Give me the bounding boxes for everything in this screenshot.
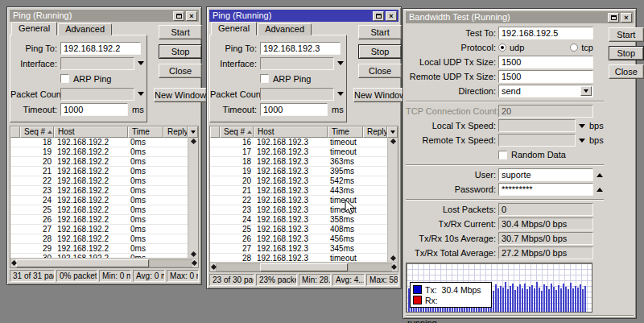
ping-to-input[interactable]: 192.168.192.3 [260,42,341,55]
header-time[interactable]: Time [328,126,363,138]
table-row[interactable]: 27192.168.192.3345ms [210,244,387,254]
chevron-down-icon[interactable] [337,92,344,96]
scroll-up-icon[interactable] [190,139,196,144]
table-row[interactable]: 23192.168.192.3timeout [210,205,387,215]
table-row[interactable]: 17192.168.192.3timeout [210,147,387,157]
combo-dropdown-button[interactable] [580,86,592,96]
scroll-down-icon[interactable] [190,251,196,257]
table-row[interactable]: 28192.168.192.3timeout [210,254,387,262]
password-input[interactable]: ********* [498,183,593,196]
table-row[interactable]: 23192.168.192.20ms [10,186,188,196]
start-button[interactable]: Start [609,27,644,42]
packet-count-input[interactable] [260,88,334,101]
direction-select[interactable]: send [498,85,593,97]
table-row[interactable]: 18192.168.192.3363ms [210,157,387,167]
new-window-button[interactable]: New Window [353,88,407,102]
scroll-right-icon[interactable] [391,264,397,270]
scrollbar-track-left[interactable] [216,263,260,271]
table-row[interactable]: 24192.168.192.3358ms [210,215,387,225]
table-row[interactable]: 21192.168.192.20ms [10,167,188,176]
header-reply-size[interactable]: Reply Si [363,126,387,138]
close-button[interactable]: × [621,13,632,23]
scrollbar-thumb[interactable] [260,263,349,271]
header-icon-col[interactable] [210,126,220,138]
tab-general[interactable]: General [211,22,257,35]
table-row[interactable]: 24192.168.192.20ms [10,196,188,205]
tab-general[interactable]: General [11,22,57,35]
scrollbar-thumb[interactable] [16,259,149,267]
table-row[interactable]: 21192.168.192.3443ms [210,186,387,196]
table-row[interactable]: 27192.168.192.20ms [10,225,188,234]
title-bar[interactable]: Ping (Running) × [10,10,199,22]
maximize-button[interactable] [373,11,384,21]
table-row[interactable]: 16192.168.192.3timeout [210,138,387,147]
stop-button[interactable]: Stop [358,44,402,59]
arp-ping-checkbox[interactable] [60,74,69,83]
close-button[interactable]: Close [358,64,402,78]
tab-advanced[interactable]: Advanced [258,23,312,35]
header-seq[interactable]: Seq # [220,126,254,138]
table-row[interactable]: 22192.168.192.20ms [10,176,188,186]
collapse-up-icon[interactable] [597,173,603,177]
remote-tx-speed-input[interactable] [498,134,576,147]
header-reply-size[interactable]: Reply Si [163,126,188,138]
vertical-scrollbar[interactable] [188,138,198,258]
packet-count-input[interactable] [60,88,134,101]
table-row[interactable]: 20192.168.192.3542ms [210,176,387,186]
table-row[interactable]: 25192.168.192.3408ms [210,225,387,234]
header-host[interactable]: Host [54,126,128,138]
arp-ping-checkbox[interactable] [260,74,269,83]
tab-advanced[interactable]: Advanced [58,23,112,35]
close-button[interactable]: Close [159,64,202,78]
stop-button[interactable]: Stop [609,46,644,60]
horizontal-scrollbar[interactable] [210,262,398,271]
vertical-scrollbar[interactable] [387,138,398,262]
tcp-radio[interactable] [570,43,578,52]
remote-udp-tx-size-input[interactable]: 1500 [498,70,593,83]
scroll-down-icon[interactable] [390,255,395,261]
table-row[interactable]: 19192.168.192.3395ms [210,167,387,176]
table-row[interactable]: 18192.168.192.20ms [10,138,188,147]
local-tx-speed-input[interactable] [498,119,576,132]
timeout-input[interactable]: 1000 [60,103,128,116]
chevron-down-icon[interactable] [138,61,144,65]
table-row[interactable]: 20192.168.192.20ms [10,157,188,167]
maximize-button[interactable] [173,11,184,21]
start-button[interactable]: Start [159,25,202,39]
timeout-input[interactable]: 1000 [260,103,328,116]
collapse-up-icon[interactable] [597,188,603,192]
interface-input[interactable] [260,57,334,70]
user-input[interactable]: suporte [498,168,593,181]
close-button[interactable]: Close [609,64,644,79]
header-icon-col[interactable] [10,126,20,138]
maximize-button[interactable] [608,13,619,23]
scroll-up-icon[interactable] [390,139,395,144]
scrollbar-track[interactable] [348,263,392,271]
header-time[interactable]: Time [128,126,163,138]
new-window-button[interactable]: New Window [154,88,207,102]
horizontal-scrollbar[interactable] [10,258,198,267]
column-select-button[interactable] [387,126,398,138]
udp-radio[interactable] [498,43,506,52]
table-row[interactable]: 26192.168.192.20ms [10,215,188,225]
scroll-right-icon[interactable] [192,260,197,266]
title-bar[interactable]: Bandwidth Test (Running) × [406,11,634,23]
column-select-button[interactable] [188,126,198,138]
chevron-down-icon[interactable] [579,124,585,128]
random-data-checkbox[interactable] [498,151,507,159]
close-button[interactable]: × [386,11,397,21]
ping-to-input[interactable]: 192.168.192.2 [60,42,141,55]
interface-input[interactable] [60,57,134,70]
close-button[interactable]: × [186,11,197,21]
chevron-down-icon[interactable] [579,139,585,143]
start-button[interactable]: Start [358,25,402,39]
title-bar[interactable]: Ping (Running) × [209,10,398,22]
header-host[interactable]: Host [254,126,328,138]
table-row[interactable]: 19192.168.192.20ms [10,147,188,157]
header-seq[interactable]: Seq # [20,126,54,138]
chevron-down-icon[interactable] [337,61,344,65]
table-row[interactable]: 22192.168.192.3timeout [210,196,387,205]
table-row[interactable]: 29192.168.192.20ms [10,244,188,254]
stop-button[interactable]: Stop [159,44,202,59]
table-row[interactable]: 25192.168.192.20ms [10,205,188,215]
